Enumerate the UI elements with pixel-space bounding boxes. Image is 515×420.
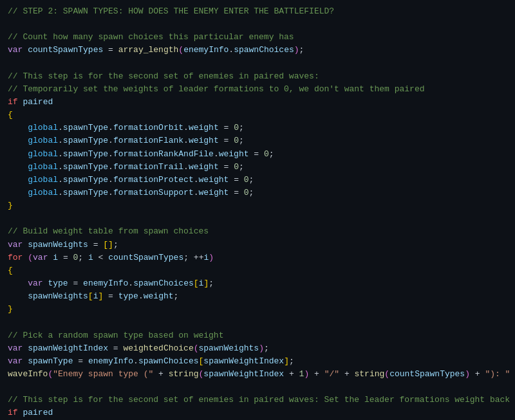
code-line-13: global.spawnType.formationTrail.weight =…: [8, 161, 507, 174]
code-line-3: // Count how many spawn choices this par…: [8, 31, 507, 44]
code-line-29: waveInfo("Enemy spawn type (" + string(s…: [8, 368, 507, 381]
code-line-25: [8, 316, 507, 329]
code-line-9: {: [8, 109, 507, 122]
code-line-26: // Pick a random spawn type based on wei…: [8, 329, 507, 342]
code-line-28: var spawnType = enemyInfo.spawnChoices[s…: [8, 355, 507, 368]
code-line-10: global.spawnType.formationOrbit.weight =…: [8, 122, 507, 134]
code-line-4: var countSpawnTypes = array_length(enemy…: [8, 44, 507, 57]
code-line-7: // Temporarily set the weights of leader…: [8, 83, 507, 96]
code-line-32: if paired: [8, 406, 507, 419]
code-line-14: global.spawnType.formationProtect.weight…: [8, 174, 507, 187]
code-line-21: {: [8, 264, 507, 277]
code-editor: // STEP 2: SPAWN TYPES: HOW DOES THE ENE…: [0, 0, 515, 420]
code-line-18: // Build weight table from spawn choices: [8, 225, 507, 238]
code-line-27: var spawnWeightIndex = weightedChoice(sp…: [8, 342, 507, 355]
code-line-20: for (var i = 0; i < countSpawnTypes; ++i…: [8, 251, 507, 264]
code-line-5: [8, 57, 507, 70]
code-line-6: // This step is for the second set of en…: [8, 70, 507, 83]
code-line-23: spawnWeights[i] = type.weight;: [8, 290, 507, 303]
code-line-11: global.spawnType.formationFlank.weight =…: [8, 134, 507, 147]
code-line-24: }: [8, 303, 507, 316]
code-line-22: var type = enemyInfo.spawnChoices[i];: [8, 277, 507, 290]
code-line-8: if paired: [8, 96, 507, 109]
code-line-31: // This step is for the second set of en…: [8, 394, 507, 406]
code-line-19: var spawnWeights = [];: [8, 239, 507, 251]
code-line-2: [8, 18, 507, 31]
code-line-30: [8, 381, 507, 394]
code-line-15: global.spawnType.formationSupport.weight…: [8, 187, 507, 199]
code-content: // STEP 2: SPAWN TYPES: HOW DOES THE ENE…: [8, 5, 507, 420]
code-line-16: }: [8, 199, 507, 212]
code-line-1: // STEP 2: SPAWN TYPES: HOW DOES THE ENE…: [8, 5, 507, 18]
code-line-12: global.spawnType.formationRankAndFile.we…: [8, 148, 507, 161]
code-line-17: [8, 212, 507, 225]
